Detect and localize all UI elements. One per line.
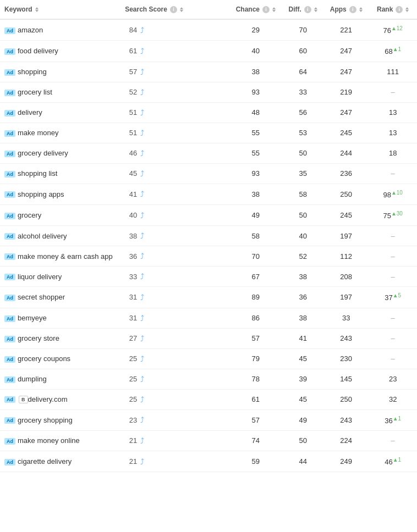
score-cell: 84⤴ bbox=[120, 19, 229, 41]
trend-icon[interactable]: ⤴ bbox=[140, 252, 144, 261]
trend-icon[interactable]: ⤴ bbox=[140, 129, 144, 137]
diff-cell: 45 bbox=[282, 348, 323, 369]
score-cell: 21⤴ bbox=[120, 451, 229, 472]
keyword-cell: Adliquor delivery bbox=[0, 267, 120, 287]
col-header-chance[interactable]: Chance i bbox=[229, 0, 282, 19]
trend-icon[interactable]: ⤴ bbox=[140, 415, 144, 424]
col-header-diff[interactable]: Diff. i bbox=[282, 0, 323, 19]
keyword-cell: Adshopping list bbox=[0, 163, 120, 184]
table-row: Adgrocery list52⤴9333219– bbox=[0, 82, 417, 102]
apps-col-label: Apps bbox=[330, 5, 347, 13]
col-header-apps[interactable]: Apps i bbox=[323, 0, 369, 19]
trend-icon[interactable]: ⤴ bbox=[140, 88, 144, 97]
rank-dash: – bbox=[391, 169, 395, 178]
rank-cell: – bbox=[369, 430, 417, 451]
rank-dash: – bbox=[391, 88, 395, 96]
rank-cell: 68▲1 bbox=[369, 41, 417, 62]
keyword-cell: Adcigarette delivery bbox=[0, 451, 120, 472]
diff-cell: 60 bbox=[282, 41, 323, 62]
apps-cell: 112 bbox=[323, 246, 369, 267]
ad-badge: Ad bbox=[4, 90, 15, 96]
col-header-search-score[interactable]: Search Score i bbox=[120, 0, 229, 19]
apps-info-icon[interactable]: i bbox=[349, 6, 356, 13]
chance-info-icon[interactable]: i bbox=[262, 6, 270, 13]
col-header-rank[interactable]: Rank i bbox=[369, 0, 417, 19]
ad-badge: Ad bbox=[4, 336, 15, 342]
keyword-text: food delivery bbox=[18, 47, 58, 55]
keyword-cell: Adbemyeye bbox=[0, 308, 120, 328]
keyword-text: liquor delivery bbox=[18, 273, 62, 281]
trend-icon[interactable]: ⤴ bbox=[140, 231, 144, 240]
table-row: Adshopping list45⤴9335236– bbox=[0, 163, 417, 184]
chance-cell: 59 bbox=[229, 451, 282, 472]
rank-cell: 75▲30 bbox=[369, 204, 417, 225]
trend-icon[interactable]: ⤴ bbox=[140, 108, 144, 117]
diff-sort-icon[interactable] bbox=[314, 7, 317, 12]
trend-icon[interactable]: ⤴ bbox=[140, 272, 144, 281]
keyword-table: Keyword Search Score i bbox=[0, 0, 417, 472]
chance-cell: 49 bbox=[229, 204, 282, 225]
rank-cell: 23 bbox=[369, 369, 417, 389]
rank-value: 36 bbox=[385, 417, 392, 425]
keyword-sort-icon[interactable] bbox=[35, 7, 39, 12]
ad-badge: Ad bbox=[4, 396, 15, 403]
diff-cell: 64 bbox=[282, 62, 323, 82]
col-header-keyword[interactable]: Keyword bbox=[0, 0, 120, 19]
ad-badge: Ad bbox=[4, 274, 15, 280]
chance-cell: 38 bbox=[229, 62, 282, 82]
keyword-cell: Admake money online bbox=[0, 430, 120, 451]
trend-icon[interactable]: ⤴ bbox=[140, 457, 144, 466]
trend-icon[interactable]: ⤴ bbox=[140, 47, 144, 56]
search-score-sort-icon[interactable] bbox=[180, 7, 183, 12]
diff-cell: 50 bbox=[282, 204, 323, 225]
trend-icon[interactable]: ⤴ bbox=[140, 149, 144, 158]
rank-sort-icon[interactable] bbox=[405, 7, 409, 12]
apps-cell: 33 bbox=[323, 308, 369, 328]
score-value: 61 bbox=[125, 47, 137, 55]
trend-icon[interactable]: ⤴ bbox=[140, 314, 144, 323]
rank-change: ▲5 bbox=[393, 292, 401, 298]
trend-icon[interactable]: ⤴ bbox=[140, 293, 144, 302]
keyword-text: delivery bbox=[18, 108, 42, 117]
rank-info-icon[interactable]: i bbox=[396, 6, 403, 13]
trend-icon[interactable]: ⤴ bbox=[140, 169, 144, 178]
chance-cell: 40 bbox=[229, 41, 282, 62]
score-value: 41 bbox=[125, 190, 137, 198]
keyword-text: delivery.com bbox=[28, 395, 68, 403]
chance-col-label: Chance bbox=[236, 5, 260, 13]
diff-cell: 38 bbox=[282, 267, 323, 287]
trend-icon[interactable]: ⤴ bbox=[140, 354, 144, 363]
keyword-text: grocery store bbox=[18, 334, 59, 342]
table-row: Addumpling25⤴783914523 bbox=[0, 369, 417, 389]
apps-cell: 249 bbox=[323, 451, 369, 472]
chance-cell: 70 bbox=[229, 246, 282, 267]
table-row: Adshopping57⤴3864247111 bbox=[0, 62, 417, 82]
chance-cell: 74 bbox=[229, 430, 282, 451]
trend-icon[interactable]: ⤴ bbox=[140, 395, 144, 404]
rank-change: ▲1 bbox=[393, 457, 401, 463]
trend-icon[interactable]: ⤴ bbox=[140, 334, 144, 343]
trend-icon[interactable]: ⤴ bbox=[140, 211, 144, 220]
apps-cell: 219 bbox=[323, 82, 369, 102]
keyword-cell: AdBdelivery.com bbox=[0, 389, 120, 409]
diff-cell: 39 bbox=[282, 369, 323, 389]
table-row: AdBdelivery.com25⤴614525032 bbox=[0, 389, 417, 409]
apps-cell: 247 bbox=[323, 102, 369, 123]
keyword-text: amazon bbox=[18, 26, 43, 34]
trend-icon[interactable]: ⤴ bbox=[140, 68, 144, 76]
diff-info-icon[interactable]: i bbox=[304, 6, 311, 13]
keyword-cell: Adgrocery bbox=[0, 204, 120, 225]
diff-cell: 38 bbox=[282, 308, 323, 328]
ad-badge: Ad bbox=[4, 253, 15, 260]
trend-icon[interactable]: ⤴ bbox=[140, 436, 144, 445]
chance-sort-icon[interactable] bbox=[272, 7, 276, 12]
chance-cell: 38 bbox=[229, 184, 282, 204]
ad-badge: Ad bbox=[4, 213, 15, 219]
search-score-info-icon[interactable]: i bbox=[170, 6, 177, 13]
trend-icon[interactable]: ⤴ bbox=[140, 375, 144, 384]
apps-cell: 247 bbox=[323, 41, 369, 62]
ad-badge: Ad bbox=[4, 356, 15, 363]
apps-sort-icon[interactable] bbox=[359, 7, 363, 12]
trend-icon[interactable]: ⤴ bbox=[140, 190, 144, 198]
trend-icon[interactable]: ⤴ bbox=[140, 26, 144, 35]
